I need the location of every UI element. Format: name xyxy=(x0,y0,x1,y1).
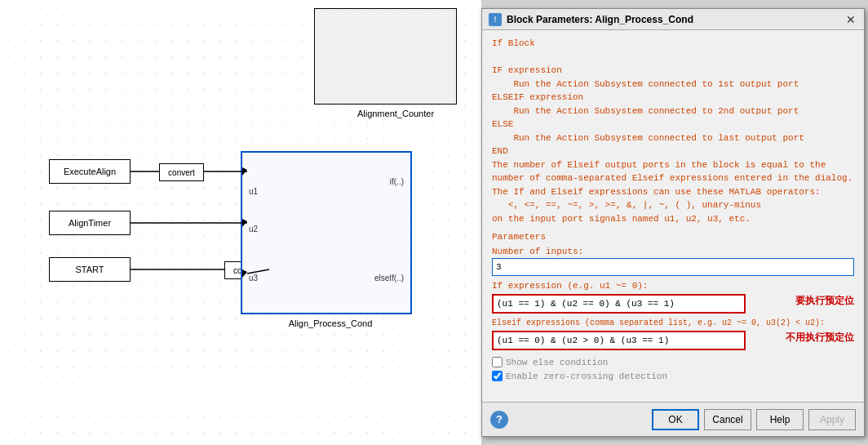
show-else-checkbox[interactable] xyxy=(492,357,503,367)
alignment-counter-box xyxy=(314,8,457,105)
u3-port: u3 xyxy=(249,274,258,283)
zero-crossing-checkbox[interactable] xyxy=(492,371,503,381)
apply-button[interactable]: Apply xyxy=(808,409,856,430)
show-else-label: Show else condition xyxy=(506,358,608,367)
alignment-counter-label: Alignment_Counter xyxy=(330,109,461,118)
dialog-titlebar: f Block Parameters: Align_Process_Cond ✕ xyxy=(482,9,864,30)
block-params-dialog: f Block Parameters: Align_Process_Cond ✕… xyxy=(481,8,865,437)
info-text-block: If Block IF expression Run the Action Su… xyxy=(492,37,854,225)
if-expr-label: If expression (e.g. u1 ~= 0): xyxy=(492,281,854,291)
elseif-expr-label: Elseif expressions (comma separated list… xyxy=(492,318,854,327)
dialog-icon: f xyxy=(489,13,502,26)
elseif-expr-input[interactable] xyxy=(492,331,746,350)
zero-crossing-row: Enable zero-crossing detection xyxy=(492,371,854,381)
if-block[interactable]: u1 u2 u3 if(..) elseIf(..) xyxy=(241,151,412,314)
elseif-expr-container: 不用执行预定位 xyxy=(492,331,854,350)
info-ports: on the input port signals named u1, u2, … xyxy=(492,212,854,226)
info-else-run: Run the Action Subsystem connected to la… xyxy=(492,131,854,145)
align-timer-label: AlignTimer xyxy=(69,218,111,228)
info-line-blank xyxy=(492,51,854,65)
help-button[interactable]: Help xyxy=(756,409,804,430)
footer-left: ? xyxy=(490,411,508,429)
info-end: END xyxy=(492,145,854,158)
start-block[interactable]: START xyxy=(49,257,131,282)
num-inputs-label: Number of inputs: xyxy=(492,247,854,256)
show-else-row: Show else condition xyxy=(492,357,854,367)
info-if-run: Run the Action Subsystem connected to 1s… xyxy=(492,78,854,91)
dialog-footer: ? OK Cancel Help Apply xyxy=(482,402,864,436)
if-annotation: 要执行预定位 xyxy=(795,294,854,308)
if-expr-container: 要执行预定位 xyxy=(492,294,854,314)
u2-port: u2 xyxy=(249,225,258,234)
execute-align-label: ExecuteAlign xyxy=(64,167,116,176)
footer-buttons: OK Cancel Help Apply xyxy=(652,409,856,430)
convert1-label: convert xyxy=(168,168,195,177)
info-elseif-expr: ELSEIF expression xyxy=(492,91,854,105)
start-label: START xyxy=(75,265,104,274)
convert1-block[interactable]: convert xyxy=(159,163,204,181)
dialog-title-left: f Block Parameters: Align_Process_Cond xyxy=(489,13,693,26)
info-num-elseif: The number of Elseif output ports in the… xyxy=(492,158,854,172)
simulink-canvas: Alignment_Counter ExecuteAlign AlignTime… xyxy=(0,0,481,445)
info-if-expr: IF expression xyxy=(492,64,854,78)
if-expr-port: if(..) xyxy=(390,177,404,186)
info-else: ELSE xyxy=(492,118,854,131)
zero-crossing-label: Enable zero-crossing detection xyxy=(506,372,667,381)
dialog-close-button[interactable]: ✕ xyxy=(844,13,857,26)
info-num-elseif2: number of comma-separated Elseif express… xyxy=(492,171,854,185)
align-timer-block[interactable]: AlignTimer xyxy=(49,211,131,235)
info-ops-list: <, <=, ==, ~=, >, >=, &, |, ~, ( ), unar… xyxy=(492,198,854,212)
elseif-annotation: 不用执行预定位 xyxy=(786,331,854,345)
if-expr-input[interactable] xyxy=(492,294,746,314)
cancel-button[interactable]: Cancel xyxy=(704,409,751,430)
elseif-port: elseIf(..) xyxy=(374,274,404,283)
help-icon[interactable]: ? xyxy=(490,411,508,429)
info-line-0: If Block xyxy=(492,37,854,51)
ok-button[interactable]: OK xyxy=(652,409,699,430)
execute-align-block[interactable]: ExecuteAlign xyxy=(49,159,131,184)
u1-port: u1 xyxy=(249,187,258,196)
params-heading: Parameters xyxy=(492,232,854,242)
align-process-label: Align_Process_Cond xyxy=(245,318,416,328)
dialog-body: If Block IF expression Run the Action Su… xyxy=(482,30,864,402)
num-inputs-field[interactable] xyxy=(492,258,854,276)
info-elseif-run: Run the Action Subsystem connected to 2n… xyxy=(492,105,854,118)
dialog-title: Block Parameters: Align_Process_Cond xyxy=(507,14,693,25)
info-operators: The If and Elseif expressions can use th… xyxy=(492,185,854,199)
params-section: Parameters Number of inputs: If expressi… xyxy=(492,232,854,381)
